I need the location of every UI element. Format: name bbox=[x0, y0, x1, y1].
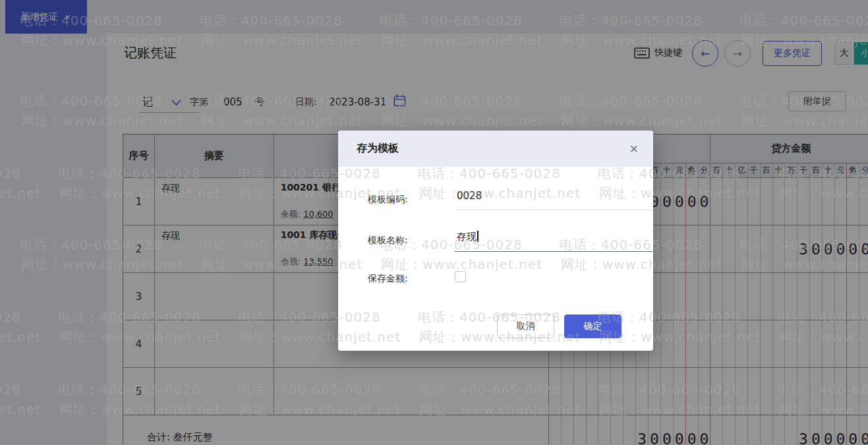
modal-title: 存为模板 bbox=[357, 142, 399, 156]
template-code-input[interactable]: 0028 bbox=[455, 190, 652, 210]
save-amount-row: 保存金额: bbox=[368, 273, 425, 285]
text-cursor bbox=[477, 231, 478, 242]
save-amount-label: 保存金额: bbox=[368, 273, 425, 285]
screen: 新增凭证 × 记账凭证 快捷键 ← → 更多凭证 大 小 记 字第 005 号 … bbox=[0, 0, 868, 445]
save-template-modal: 存为模板 ✕ 模板编码: 0028 模板名称: 存现 保存金额: 取消 确定 bbox=[338, 131, 653, 351]
template-name-label: 模板名称: bbox=[368, 235, 425, 247]
modal-buttons: 取消 确定 bbox=[497, 314, 622, 338]
template-name-value: 存现 bbox=[457, 231, 477, 243]
cancel-button[interactable]: 取消 bbox=[497, 314, 554, 338]
template-code-label: 模板编码: bbox=[368, 194, 425, 206]
save-amount-checkbox[interactable] bbox=[455, 271, 466, 282]
template-code-value: 0028 bbox=[457, 190, 482, 202]
template-name-row: 模板名称: 存现 bbox=[368, 235, 425, 247]
template-name-input[interactable]: 存现 bbox=[455, 231, 652, 252]
template-code-row: 模板编码: 0028 bbox=[368, 194, 425, 206]
modal-header: 存为模板 ✕ bbox=[338, 131, 653, 167]
close-icon[interactable]: ✕ bbox=[629, 142, 639, 156]
confirm-button[interactable]: 确定 bbox=[564, 314, 622, 338]
